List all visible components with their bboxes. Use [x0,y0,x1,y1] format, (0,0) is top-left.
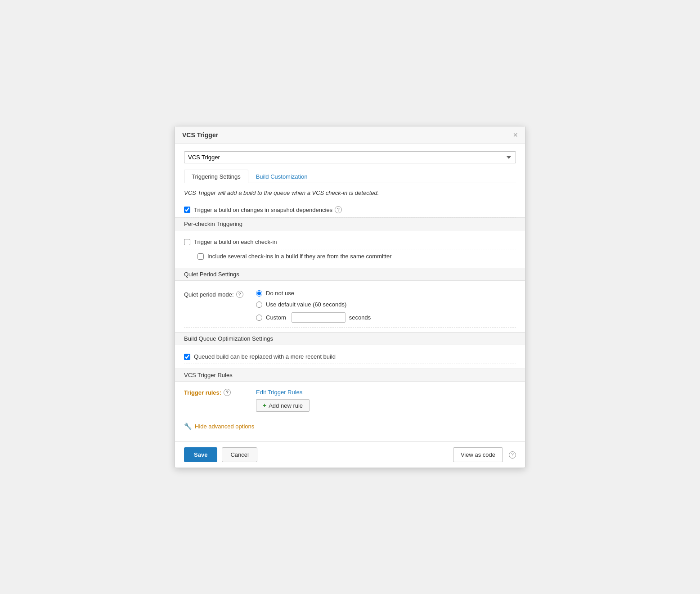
quiet-period-label-text: Quiet period mode: [184,291,234,298]
dialog-header: VCS Trigger × [175,126,525,144]
queued-build-checkbox[interactable] [184,354,190,360]
dialog-footer: Save Cancel View as code ? [175,441,525,468]
build-queue-header: Build Queue Optimization Settings [175,332,525,345]
trigger-each-checkin-label: Trigger a build on each check-in [194,238,277,245]
trigger-type-select[interactable]: VCS Trigger [184,151,516,163]
hide-advanced-options[interactable]: 🔧 Hide advanced options [184,423,516,430]
per-checkin-section: Per-checkin Triggering Trigger a build o… [175,217,525,268]
do-not-use-option: Do not use [256,290,371,297]
custom-option: Custom seconds [256,312,371,323]
snapshot-checkbox-row: Trigger a build on changes in snapshot d… [184,202,516,217]
add-rule-label: Add new rule [269,402,303,409]
dialog-body: VCS Trigger Triggering Settings Build Cu… [175,144,525,441]
dialog-title: VCS Trigger [182,131,218,139]
cancel-button[interactable]: Cancel [222,447,257,462]
save-button[interactable]: Save [184,447,217,462]
do-not-use-radio[interactable] [256,290,262,297]
footer-left-actions: Save Cancel [184,447,257,462]
quiet-period-section: Quiet Period Settings Quiet period mode:… [175,268,525,332]
trigger-each-checkin-checkbox[interactable] [184,239,190,245]
edit-trigger-rules-link[interactable]: Edit Trigger Rules [256,389,310,396]
build-queue-content: Queued build can be replaced with a more… [184,345,516,369]
do-not-use-label: Do not use [266,290,294,297]
trigger-rules-links: Edit Trigger Rules + Add new rule [256,389,310,412]
per-checkin-header: Per-checkin Triggering [175,217,525,230]
trigger-rules-row: Trigger rules: ? Edit Trigger Rules + Ad… [184,389,516,412]
custom-label: Custom [266,314,286,321]
include-several-indent: Include several check-ins in a build if … [184,249,516,263]
close-button[interactable]: × [513,131,518,139]
add-new-rule-button[interactable]: + Add new rule [256,399,310,412]
tabs-container: Triggering Settings Build Customization [184,170,516,183]
include-several-row: Include several check-ins in a build if … [197,249,516,263]
quiet-period-help-icon[interactable]: ? [236,291,243,298]
trigger-rules-label-text: Trigger rules: [184,389,221,396]
use-default-label: Use default value (60 seconds) [266,301,346,308]
view-as-code-button[interactable]: View as code [453,447,503,462]
use-default-option: Use default value (60 seconds) [256,301,371,308]
footer-right-actions: View as code ? [453,447,516,462]
quiet-period-content: Quiet period mode: ? Do not use Use defa… [184,281,516,332]
footer-help-icon[interactable]: ? [509,451,516,459]
trigger-each-checkin-row: Trigger a build on each check-in [184,235,516,249]
custom-radio[interactable] [256,315,262,321]
trigger-select-row: VCS Trigger [184,151,516,163]
include-several-label: Include several check-ins in a build if … [207,253,392,260]
trigger-rules-label-container: Trigger rules: ? [184,389,247,396]
build-queue-section: Build Queue Optimization Settings Queued… [175,332,525,369]
seconds-label: seconds [349,314,371,321]
quiet-period-row: Quiet period mode: ? Do not use Use defa… [184,285,516,328]
snapshot-label: Trigger a build on changes in snapshot d… [194,207,332,213]
snapshot-help-icon[interactable]: ? [335,206,342,213]
wrench-icon: 🔧 [184,423,192,430]
quiet-period-radio-group: Do not use Use default value (60 seconds… [256,290,371,323]
vcs-trigger-dialog: VCS Trigger × VCS Trigger Triggering Set… [175,126,525,468]
use-default-radio[interactable] [256,302,262,308]
per-checkin-content: Trigger a build on each check-in Include… [184,230,516,268]
queued-build-row: Queued build can be replaced with a more… [184,350,516,364]
snapshot-checkbox[interactable] [184,207,190,213]
trigger-rules-content: Trigger rules: ? Edit Trigger Rules + Ad… [184,382,516,416]
quiet-period-header: Quiet Period Settings [175,268,525,281]
trigger-rules-help-icon[interactable]: ? [224,389,231,396]
queued-build-label: Queued build can be replaced with a more… [194,353,336,360]
custom-seconds-input[interactable] [292,312,346,323]
tab-build-customization[interactable]: Build Customization [248,170,315,183]
trigger-description: VCS Trigger will add a build to the queu… [184,189,516,196]
vcs-trigger-rules-section: VCS Trigger Rules Trigger rules: ? Edit … [175,369,525,416]
plus-icon: + [263,402,266,409]
quiet-period-label-container: Quiet period mode: ? [184,290,256,298]
vcs-trigger-rules-header: VCS Trigger Rules [175,369,525,382]
tab-triggering-settings[interactable]: Triggering Settings [184,170,248,183]
hide-advanced-label: Hide advanced options [195,423,254,430]
include-several-checkbox[interactable] [197,253,204,260]
